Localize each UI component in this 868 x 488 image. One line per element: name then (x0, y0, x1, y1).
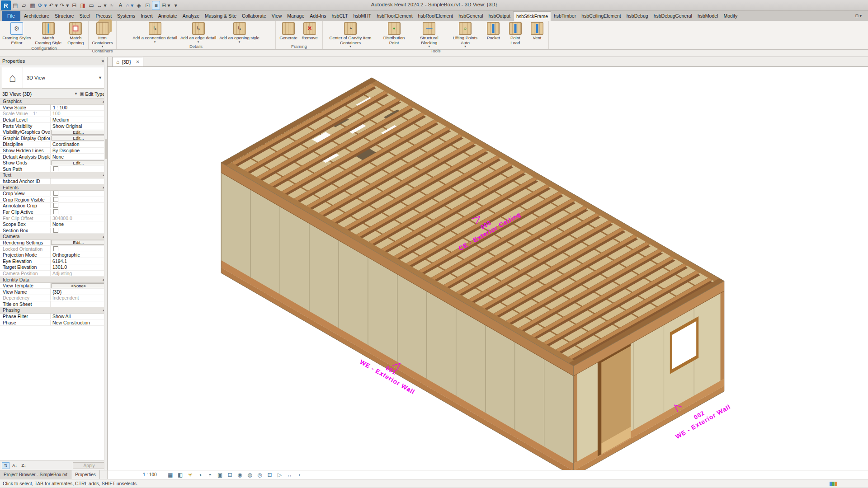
ribbon-tab[interactable]: Massing & Site (202, 11, 239, 21)
property-row[interactable]: Graphic Display Options Edit... (0, 136, 107, 142)
property-value[interactable] (51, 228, 107, 233)
property-row[interactable]: Far Clip Offset 304800.0 (0, 215, 107, 221)
property-row[interactable]: Rendering Settings Edit... (0, 240, 107, 246)
property-row[interactable]: Text (0, 172, 107, 178)
property-value[interactable]: Edit... (51, 130, 106, 135)
ribbon-button[interactable]: Point Load (504, 22, 526, 45)
view-control-icon[interactable]: ◍ (246, 472, 254, 478)
view-control-icon[interactable]: ☀ (187, 472, 194, 478)
edit-type-button[interactable]: ▣ Edit Type (80, 91, 105, 97)
view-control-icon[interactable]: ◧ (177, 472, 184, 478)
property-row[interactable]: Camera (0, 234, 107, 240)
property-value[interactable] (51, 209, 107, 215)
ribbon-button[interactable]: Add an opening style ▾ (218, 22, 261, 43)
property-value[interactable]: Edit... (51, 240, 106, 245)
property-value[interactable]: Adjusting (51, 271, 107, 276)
property-row[interactable]: Section Box (0, 227, 107, 234)
ribbon-tab[interactable]: Manage (284, 11, 307, 21)
palette-tab[interactable]: Properties (71, 470, 100, 479)
property-row[interactable]: Scope Box None (0, 221, 107, 228)
ribbon-tab[interactable]: hsbGeneral (456, 11, 486, 21)
property-value[interactable]: Independent (51, 295, 107, 300)
property-value[interactable]: 304800.0 (51, 216, 107, 221)
ribbon-tab[interactable]: hsbStickFrame (513, 11, 551, 21)
property-row[interactable]: Phase New Construction (0, 319, 107, 326)
ribbon-tab[interactable]: Analyze (180, 11, 202, 21)
modify-tab-options-icon[interactable]: ⊡ ▾ (851, 11, 865, 21)
ribbon-button[interactable]: Distribution Point (377, 22, 410, 45)
property-row[interactable]: Scale Value 1: 100 (0, 111, 107, 117)
property-row[interactable]: Target Elevation 1301.0 (0, 264, 107, 271)
ribbon-tab[interactable]: Annotate (156, 11, 180, 21)
ribbon-button[interactable]: Generate (278, 22, 299, 41)
ribbon-tab[interactable]: hsbCeilingElement (579, 11, 624, 21)
property-row[interactable]: Eye Elevation 6194.1 (0, 258, 107, 264)
property-value[interactable]: 6194.1 (51, 258, 107, 264)
property-row[interactable]: Show Grids Edit... (0, 160, 107, 166)
sort-ascending-icon[interactable]: A↓ (11, 462, 19, 469)
timber-frame-model[interactable] (108, 67, 868, 470)
ribbon-tab[interactable]: Add-Ins (307, 11, 329, 21)
ribbon-button[interactable]: Vent (527, 22, 547, 41)
ribbon-button[interactable]: Pocket (483, 22, 504, 41)
ribbon-button[interactable]: Add an edge detail ▾ (179, 22, 217, 43)
property-value[interactable]: Medium (51, 117, 107, 122)
type-selector[interactable]: ⌂ 3D View ▼ (2, 67, 105, 89)
view-control-icon[interactable]: ◉ (236, 472, 244, 478)
ribbon-tab[interactable]: View (269, 11, 285, 21)
property-row[interactable]: Extents (0, 184, 107, 191)
property-row[interactable]: Far Clip Active (0, 209, 107, 216)
property-row[interactable]: Locked Orientation (0, 246, 107, 252)
view-control-icon[interactable]: ▷ (276, 472, 283, 478)
chevron-down-icon[interactable]: ▼ (74, 92, 78, 96)
view-control-icon[interactable]: ◓ (207, 472, 214, 478)
property-row[interactable]: Show Hidden Lines By Discipline (0, 148, 107, 154)
property-row[interactable]: Dependency Independent (0, 295, 107, 301)
view-control-icon[interactable]: ◎ (256, 472, 264, 478)
ribbon-tab[interactable]: File (2, 11, 20, 21)
ribbon-tab[interactable]: Collaborate (239, 11, 269, 21)
property-row[interactable]: hsbcad Anchor ID (0, 178, 107, 185)
sort-descending-icon[interactable]: Z↓ (20, 462, 28, 469)
ribbon-tab[interactable]: hsbDebugGeneral (651, 11, 695, 21)
property-row[interactable]: Annotation Crop (0, 203, 107, 209)
ribbon-tab[interactable]: Precast (93, 11, 115, 21)
ribbon-tab[interactable]: Systems (114, 11, 138, 21)
property-value[interactable] (51, 203, 107, 208)
property-row[interactable]: Graphics (0, 99, 107, 105)
ribbon-tab[interactable]: hsbRoofElement (415, 11, 456, 21)
ribbon-tab[interactable]: Structure (52, 11, 77, 21)
ribbon-tab[interactable]: hsbMHT (351, 11, 374, 21)
property-value[interactable]: Edit... (51, 136, 106, 141)
property-value[interactable]: Coordination (51, 141, 107, 147)
view-control-icon[interactable]: ⊟ (226, 472, 234, 478)
view-control-icon[interactable]: ▣ (217, 472, 224, 478)
ribbon-button[interactable]: Item Containers ▾ (90, 22, 115, 48)
property-row[interactable]: Crop Region Visible (0, 197, 107, 203)
view-control-icon[interactable]: ↔ (286, 472, 293, 478)
property-value[interactable]: {3D} (51, 289, 107, 295)
view-tab-3d[interactable]: ⌂ {3D} ✕ (112, 57, 143, 66)
ribbon-button[interactable]: Remove (299, 22, 320, 41)
property-row[interactable]: Identity Data (0, 277, 107, 283)
ribbon-button[interactable]: Match Opening (64, 22, 87, 45)
property-row[interactable]: Visibility/Graphics Over... Edit... (0, 129, 107, 136)
property-row[interactable]: Phase Filter Show All (0, 314, 107, 320)
worksharing-status-icon[interactable] (830, 482, 837, 486)
property-row[interactable]: Title on Sheet (0, 301, 107, 308)
ribbon-tab[interactable]: Insert (138, 11, 155, 21)
property-value[interactable]: 1301.0 (51, 264, 107, 270)
property-row[interactable]: Sun Path (0, 166, 107, 173)
property-value[interactable]: Show All (51, 314, 107, 319)
ribbon-tab[interactable]: hsbDebug (624, 11, 651, 21)
property-row[interactable]: View Template <None> (0, 283, 107, 289)
apply-button[interactable]: Apply (73, 462, 105, 469)
ribbon-button[interactable]: Add a connection detail ▾ (131, 22, 179, 43)
ribbon-button[interactable]: Lifting Points Auto ▾ (448, 22, 482, 48)
property-value[interactable]: None (51, 154, 107, 160)
property-value[interactable]: Edit... (51, 160, 106, 165)
ribbon-tab[interactable]: Modify (721, 11, 740, 21)
view-control-icon[interactable]: ‹ (296, 472, 303, 478)
property-value[interactable] (51, 246, 107, 252)
property-row[interactable]: Detail Level Medium (0, 117, 107, 123)
